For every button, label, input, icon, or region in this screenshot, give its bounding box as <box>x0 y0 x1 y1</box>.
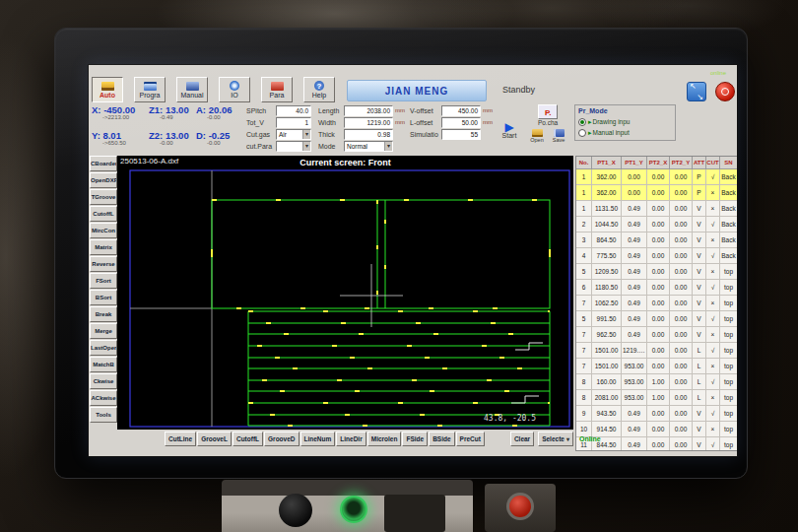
sidebar-tool-button[interactable]: MatchB <box>90 357 117 372</box>
sidebar-tool-button[interactable]: BSort <box>90 290 117 305</box>
fullscreen-button[interactable]: ↖ ↘ <box>687 82 706 101</box>
cell-att: L <box>693 359 706 374</box>
table-row[interactable]: 7 962.50 0.49 0.00 0.00 V × top <box>576 327 738 343</box>
sidebar-tool-button[interactable]: LastOper <box>90 340 117 356</box>
sidebar-tool-button[interactable]: Merge <box>90 323 117 339</box>
sidebar-tool-button[interactable]: ACkwise <box>90 390 117 406</box>
table-row[interactable]: 7 1062.50 0.49 0.00 0.00 V × top <box>576 296 738 311</box>
param-input[interactable]: Normal <box>344 141 393 152</box>
sidebar-tool-button[interactable]: Reverse <box>90 256 117 272</box>
param-input[interactable] <box>276 141 311 152</box>
table-row[interactable]: 1 1131.50 0.49 0.00 0.00 V × Back <box>576 201 738 217</box>
sidebar-tool-button[interactable]: Ckwise <box>90 373 117 389</box>
table-row[interactable]: 7 1501.00 953.00 0.00 0.00 L × top <box>576 359 738 374</box>
cell-pt1x: 775.50 <box>592 248 622 264</box>
edit-tool-button[interactable]: LineNum <box>300 432 336 446</box>
param-input[interactable]: 2038.00 <box>344 105 393 116</box>
manual-button[interactable]: Manual <box>176 77 208 102</box>
axis-readout: A: 20.06 -0.00 <box>196 104 241 130</box>
table-row[interactable]: 5 1209.50 0.49 0.00 0.00 V × top <box>576 264 738 280</box>
sidebar-tool-button[interactable]: Tools <box>90 407 117 423</box>
table-header-cell[interactable]: ATT <box>693 157 706 169</box>
param-input[interactable]: 40.0 <box>276 105 311 116</box>
console-red-button[interactable] <box>506 493 534 520</box>
cell-pt1x: 1209.50 <box>592 264 622 280</box>
table-row[interactable]: 4 775.50 0.49 0.00 0.00 V √ Back <box>576 248 738 264</box>
cell-att: V <box>693 422 706 437</box>
sidebar-tool-button[interactable]: CutoffL <box>90 206 117 222</box>
open-button[interactable]: Open <box>529 129 545 143</box>
param-row: L-offset 50.00 mm <box>410 116 493 128</box>
table-row[interactable]: 8 160.00 953.00 1.00 0.00 L √ top <box>576 374 738 390</box>
cell-sn: top <box>720 264 738 280</box>
cell-cut: × <box>706 185 720 201</box>
param-input[interactable]: Air <box>276 129 311 140</box>
sidebar-tool-button[interactable]: FSort <box>90 273 117 289</box>
edit-tool-button[interactable]: PreCut <box>456 432 485 446</box>
table-row[interactable]: 2 1044.50 0.49 0.00 0.00 V √ Back <box>576 217 738 233</box>
param-input[interactable]: 0.98 <box>344 129 393 140</box>
edit-tool-button[interactable]: FSide <box>402 432 428 446</box>
sidebar-tool-button[interactable]: Break <box>90 306 117 322</box>
table-header-cell[interactable]: PT1_Y <box>622 157 647 169</box>
table-row[interactable]: 9 943.50 0.49 0.00 0.00 V √ top <box>576 406 738 422</box>
edit-tool-button[interactable]: GrooveL <box>197 432 232 446</box>
io-button[interactable]: IO <box>219 77 250 102</box>
param-input[interactable]: 50.00 <box>441 117 481 128</box>
table-header-cell[interactable]: PT2_Y <box>670 157 693 169</box>
sidebar-tool-button[interactable]: Matrix <box>90 239 117 255</box>
cell-no: 7 <box>576 359 592 374</box>
manual-input-radio[interactable]: ▸ Manual input <box>578 127 672 138</box>
select-dropdown[interactable]: Selecte ▾ <box>538 432 573 446</box>
drawing-input-radio[interactable]: ▸ Drawing inpu <box>578 116 672 127</box>
cad-drawing[interactable] <box>117 156 573 430</box>
cell-sn: top <box>720 374 738 390</box>
power-button[interactable] <box>715 82 735 101</box>
help-button[interactable]: ? Help <box>303 77 335 102</box>
table-row[interactable]: 8 2081.00 953.00 1.00 0.00 L × top <box>576 390 738 406</box>
save-button[interactable]: Save <box>551 129 566 143</box>
edit-tool-button[interactable]: Microlen <box>367 432 402 446</box>
sidebar-tool-button[interactable]: MircCon <box>90 223 117 238</box>
manual-icon <box>186 82 199 91</box>
param-input[interactable]: 55 <box>441 129 481 140</box>
param-input[interactable]: 450.00 <box>441 105 481 116</box>
edit-tool-button[interactable]: GrooveD <box>264 432 299 446</box>
edit-tool-button[interactable]: BSide <box>429 432 454 446</box>
sidebar-tool-button[interactable]: OpenDXF <box>90 172 117 188</box>
table-header-cell[interactable]: SN <box>720 157 738 169</box>
console-knob[interactable] <box>279 494 312 527</box>
program-button[interactable]: Progra <box>134 77 166 102</box>
param-input[interactable]: 1219.00 <box>344 117 393 128</box>
table-header-cell[interactable]: PT2_X <box>647 157 670 169</box>
cad-canvas[interactable]: 250513-06-A.dxf Current screen: Front 43… <box>117 156 573 430</box>
param-input[interactable]: 1 <box>276 117 311 128</box>
open-folder-icon <box>532 129 543 137</box>
cell-pt2y: 0.00 <box>670 264 693 280</box>
table-row[interactable]: 5 991.50 0.49 0.00 0.00 V √ top <box>576 311 738 327</box>
program-label: Progra <box>139 92 160 99</box>
table-row[interactable]: 3 864.50 0.49 0.00 0.00 V × Back <box>576 233 738 248</box>
console-green-button[interactable] <box>340 496 367 523</box>
clear-button[interactable]: Clear <box>510 432 534 446</box>
table-header-cell[interactable]: CUT <box>706 157 720 169</box>
cell-att: V <box>693 264 706 280</box>
table-row[interactable]: 1 362.00 0.00 0.00 0.00 P √ Back <box>576 169 738 185</box>
auto-button[interactable]: Auto <box>92 77 123 102</box>
table-row[interactable]: 1 362.00 0.00 0.00 0.00 P × Back <box>576 185 738 201</box>
table-header-cell[interactable]: No. <box>576 157 592 169</box>
cell-cut: × <box>706 390 720 406</box>
start-control[interactable]: ▶ Start <box>497 104 522 139</box>
edit-tool-button[interactable]: CutLine <box>165 432 196 446</box>
param-label: Width <box>318 119 344 126</box>
table-row[interactable]: 6 1180.50 0.49 0.00 0.00 V √ top <box>576 280 738 296</box>
table-header-cell[interactable]: PT1_X <box>592 157 622 169</box>
edit-tool-button[interactable]: CutoffL <box>233 432 263 446</box>
pocha-button[interactable]: P. <box>538 104 558 119</box>
edit-tool-button[interactable]: LineDir <box>336 432 366 446</box>
table-row[interactable]: 7 1501.00 1219.00 0.00 0.00 L √ top <box>576 343 738 359</box>
sidebar-tool-button[interactable]: CBoarder <box>90 156 117 171</box>
para-button[interactable]: Para <box>261 77 293 102</box>
cell-no: 7 <box>576 327 592 343</box>
sidebar-tool-button[interactable]: TGroove <box>90 189 117 205</box>
